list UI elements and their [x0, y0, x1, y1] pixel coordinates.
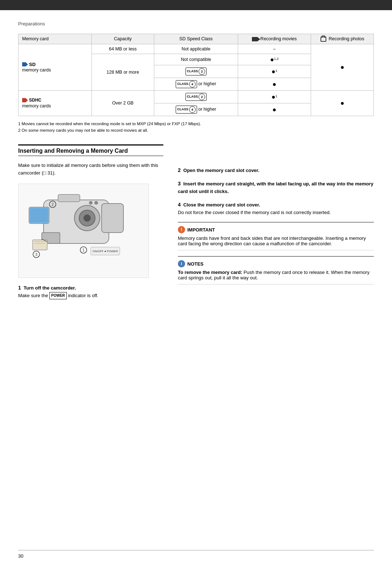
table-row: SD memory cards 64 MB or less Not applic… — [19, 44, 374, 54]
step-3: 3 Insert the memory card straight, with … — [178, 180, 374, 196]
important-box: ! IMPORTANT Memory cards have front and … — [178, 222, 374, 250]
svg-point-10 — [89, 201, 93, 205]
footnote-2: 2 On some memory cards you may not be ab… — [18, 127, 374, 134]
speed-not-compatible: Not compatible — [154, 54, 238, 65]
sdhc-speed-class2: CLASS2 — [154, 90, 238, 103]
svg-text:1: 1 — [82, 248, 85, 252]
movie-icon — [252, 37, 258, 41]
right-column: 2 Open the memory card slot cover. 3 Ins… — [178, 144, 374, 304]
speed-na: Not applicable — [154, 44, 238, 54]
sdhc-speed-class4: CLASS4 or higher — [154, 103, 238, 116]
svg-text:2: 2 — [52, 202, 54, 206]
important-header: ! IMPORTANT — [178, 226, 374, 233]
camcorder-illustration: 2 1 ON/OFF ● POWER — [18, 184, 149, 278]
capacity-128mb: 128 MB or more — [91, 54, 154, 90]
col-header-movies: Recording movies — [238, 34, 311, 44]
footnote-1: 1 Movies cannot be recorded when the rec… — [18, 120, 374, 127]
page-content: Preparations Memory card Capacity SD Spe… — [0, 10, 392, 319]
svg-rect-7 — [30, 208, 48, 223]
sdhc-class4-badge: CLASS4 — [176, 106, 197, 114]
sdhc-logo: SDHC — [22, 98, 41, 103]
svg-rect-5 — [102, 204, 123, 233]
capacity-64mb: 64 MB or less — [91, 44, 154, 54]
sdhc-photos-bullet: ● — [311, 90, 374, 116]
table-row: SDHC memory cards Over 2 GB CLASS2 ●1 ● — [19, 90, 374, 103]
col-header-memcard: Memory card — [19, 34, 92, 44]
col-header-speed: SD Speed Class — [154, 34, 238, 44]
footnotes: 1 Movies cannot be recorded when the rec… — [18, 120, 374, 134]
class4-badge: CLASS4 — [176, 80, 197, 88]
intro-text: Make sure to initialize all memory cards… — [18, 162, 163, 177]
movies-1-2: ●1,2 — [238, 54, 311, 65]
movies-bullet: ● — [238, 78, 311, 90]
movies-dash: – — [238, 44, 311, 54]
notes-icon: i — [178, 260, 185, 267]
svg-text:ON/OFF  ● POWER: ON/OFF ● POWER — [93, 250, 118, 253]
page-number: 30 — [18, 553, 23, 559]
sd-card-label: SD memory cards — [19, 44, 92, 90]
svg-point-11 — [94, 201, 98, 205]
notes-body: To remove the memory card: Push the memo… — [178, 270, 374, 280]
capacity-over2gb: Over 2 GB — [91, 90, 154, 116]
section-divider — [18, 144, 163, 145]
notes-header: i NOTES — [178, 260, 374, 267]
notes-box: i NOTES To remove the memory card: Push … — [178, 256, 374, 284]
sdhc-card-label: SDHC memory cards — [19, 90, 92, 116]
power-badge: POWER — [49, 292, 67, 299]
sdhc-arrow-icon — [22, 98, 28, 102]
important-icon: ! — [178, 226, 185, 233]
important-body: Memory cards have front and back sides t… — [178, 235, 374, 246]
sd-arrow-icon — [22, 62, 28, 66]
sd-logo: SD — [22, 62, 36, 67]
step-2: 2 Open the memory card slot cover. — [178, 166, 374, 175]
step-4: 4 Close the memory card slot cover. Do n… — [178, 201, 374, 217]
breadcrumb: Preparations — [18, 21, 374, 26]
svg-rect-4 — [58, 194, 80, 202]
sdhc-movies-bullet: ● — [238, 103, 311, 116]
col-header-photos: Recording photos — [311, 34, 374, 44]
movies-bullet-1: ●1 — [238, 65, 311, 78]
photos-sd-bullet: ● — [311, 44, 374, 90]
camcorder-svg: 2 1 ON/OFF ● POWER — [22, 185, 145, 276]
sdhc-class2-badge: CLASS2 — [185, 93, 207, 101]
page-footer: 30 — [18, 550, 374, 559]
svg-point-3 — [83, 214, 91, 222]
class2-badge: CLASS2 — [185, 67, 207, 75]
main-section: Inserting and Removing a Memory Card Mak… — [18, 144, 374, 304]
speed-class2: CLASS2 — [154, 65, 238, 78]
compatibility-table: Memory card Capacity SD Speed Class Reco… — [18, 34, 374, 116]
photo-icon — [320, 37, 326, 42]
section-title: Inserting and Removing a Memory Card — [18, 148, 163, 156]
sdhc-movies-1: ●1 — [238, 90, 311, 103]
speed-class4-higher: CLASS4 or higher — [154, 78, 238, 90]
left-column: Inserting and Removing a Memory Card Mak… — [18, 144, 163, 304]
top-bar — [0, 0, 392, 10]
svg-text:3: 3 — [35, 253, 37, 257]
col-header-capacity: Capacity — [91, 34, 154, 44]
svg-rect-13 — [33, 240, 47, 250]
step-1: 1 Turn off the camcorder. Make sure the … — [18, 284, 163, 300]
